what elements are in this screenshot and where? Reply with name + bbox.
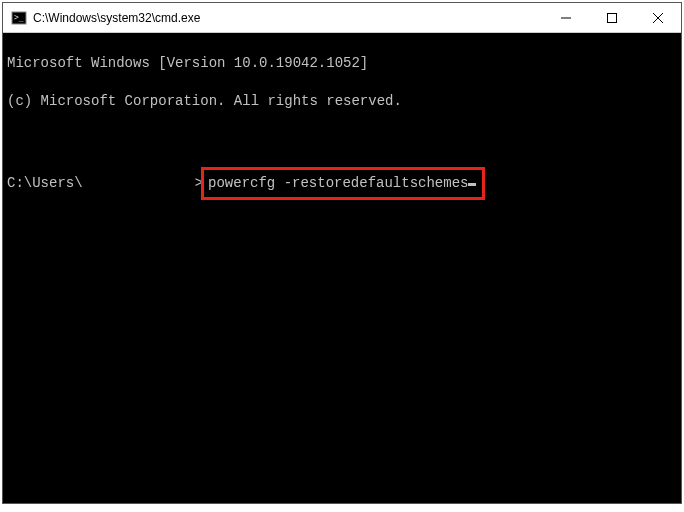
cmd-window: >_ C:\Windows\system32\cmd.exe Microsoft…	[2, 2, 682, 504]
command-text: powercfg -restoredefaultschemes	[208, 175, 468, 191]
terminal-body[interactable]: Microsoft Windows [Version 10.0.19042.10…	[3, 33, 681, 503]
svg-rect-3	[608, 13, 617, 22]
prompt-prefix: C:\Users\	[7, 175, 83, 191]
maximize-button[interactable]	[589, 3, 635, 32]
command-highlight: powercfg -restoredefaultschemes	[201, 167, 485, 200]
version-line: Microsoft Windows [Version 10.0.19042.10…	[7, 54, 677, 73]
titlebar[interactable]: >_ C:\Windows\system32\cmd.exe	[3, 3, 681, 33]
minimize-button[interactable]	[543, 3, 589, 32]
cmd-icon: >_	[11, 10, 27, 26]
close-button[interactable]	[635, 3, 681, 32]
prompt-line: C:\Users\>powercfg -restoredefaultscheme…	[7, 167, 677, 200]
window-title: C:\Windows\system32\cmd.exe	[33, 11, 543, 25]
redacted-username	[83, 177, 195, 191]
copyright-line: (c) Microsoft Corporation. All rights re…	[7, 92, 677, 111]
caption-buttons	[543, 3, 681, 32]
svg-text:>_: >_	[14, 13, 24, 22]
cursor	[468, 183, 476, 186]
blank-line	[7, 129, 677, 148]
